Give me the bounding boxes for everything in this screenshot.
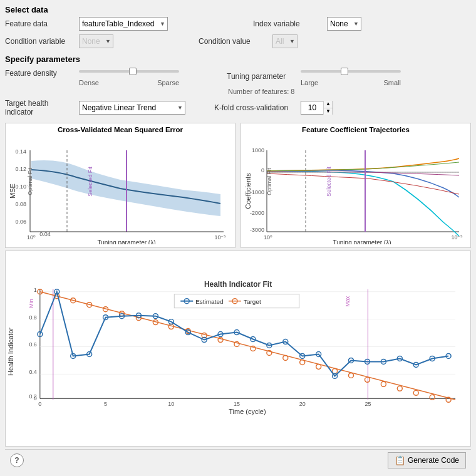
coeff-chart-svg: Coefficients 1000 0 -1000 -2000 -3000 — [241, 135, 470, 244]
density-sparse-label: Sparse — [157, 79, 179, 86]
svg-text:1000: 1000 — [252, 147, 264, 153]
kfold-spinbox[interactable]: 10 ▲ ▼ — [301, 101, 333, 115]
condition-value-label: Condition value — [199, 37, 267, 46]
svg-text:0.08: 0.08 — [15, 201, 26, 207]
kfold-input[interactable]: 10 — [301, 101, 323, 114]
svg-text:10: 10 — [168, 401, 174, 407]
svg-text:-3000: -3000 — [250, 227, 264, 233]
svg-text:0.14: 0.14 — [15, 148, 26, 155]
index-variable-select-wrapper: None — [327, 17, 361, 31]
density-dense-label: Dense — [79, 79, 99, 86]
svg-point-66 — [316, 364, 321, 369]
target-health-label: Target health indicator — [5, 99, 74, 116]
svg-text:Time (cycle): Time (cycle) — [229, 408, 266, 415]
svg-text:10⁰: 10⁰ — [264, 234, 272, 241]
svg-text:0.6: 0.6 — [29, 342, 36, 348]
svg-text:Selected Fit: Selected Fit — [87, 167, 93, 197]
bottom-bar: ? 📋 Generate Code — [5, 449, 471, 471]
svg-point-73 — [430, 395, 435, 400]
svg-text:Health Indicator Fit: Health Indicator Fit — [204, 280, 272, 289]
svg-text:-1000: -1000 — [250, 189, 264, 195]
svg-text:0.06: 0.06 — [15, 219, 26, 225]
health-indicator-svg: Health Indicator Fit Health Indicator 1 … — [6, 251, 470, 446]
svg-point-69 — [365, 377, 370, 382]
feature-density-label: Feature density — [5, 69, 74, 78]
condition-value-select[interactable]: All — [272, 34, 298, 48]
svg-text:0.8: 0.8 — [29, 314, 36, 321]
svg-text:25: 25 — [365, 401, 371, 407]
num-features-label: Number of features: 8 — [228, 88, 401, 95]
target-health-select-wrapper: Negative Linear Trend — [79, 101, 185, 115]
svg-text:10⁰: 10⁰ — [27, 234, 36, 241]
condition-variable-select-wrapper: None — [79, 34, 113, 48]
feature-density-slider[interactable] — [79, 66, 179, 76]
svg-text:Optimal Fit: Optimal Fit — [266, 168, 272, 195]
coeff-line-1 — [267, 171, 459, 236]
health-indicator-chart: Health Indicator Fit Health Indicator 1 … — [5, 251, 471, 447]
svg-text:0.12: 0.12 — [15, 166, 26, 172]
feature-data-select[interactable]: featureTable_Indexed — [79, 17, 168, 31]
svg-text:Tuning parameter (λ): Tuning parameter (λ) — [333, 239, 391, 244]
generate-code-label: Generate Code — [408, 456, 459, 465]
feature-density-slider-container: Dense Sparse — [79, 66, 179, 86]
specify-params-title: Specify parameters — [5, 54, 471, 64]
svg-point-71 — [397, 386, 402, 391]
svg-text:0.10: 0.10 — [15, 184, 26, 190]
mse-chart: Cross-Validated Mean Squared Error MSE 0… — [5, 123, 235, 248]
svg-text:0: 0 — [261, 167, 264, 173]
mse-chart-svg: MSE 0.14 0.12 0.10 0.08 0.06 0.04 Optima… — [6, 135, 235, 244]
feature-data-select-wrapper: featureTable_Indexed — [79, 17, 168, 31]
condition-variable-select[interactable]: None — [79, 34, 113, 48]
svg-point-68 — [349, 373, 354, 378]
svg-point-64 — [283, 355, 288, 360]
svg-point-60 — [218, 338, 223, 343]
tuning-param-slider[interactable] — [301, 66, 401, 76]
index-variable-label: Index variable — [253, 19, 322, 28]
svg-text:0: 0 — [38, 401, 41, 407]
target-health-select[interactable]: Negative Linear Trend — [79, 101, 185, 115]
svg-text:Selected Fit: Selected Fit — [326, 167, 332, 197]
svg-point-70 — [381, 381, 386, 386]
svg-text:15: 15 — [234, 401, 240, 407]
svg-point-72 — [413, 390, 418, 395]
coeff-chart-title: Feature Coefficient Trajectories — [241, 123, 470, 135]
kfold-label: K-fold cross-validation — [214, 103, 296, 112]
coeff-line-7 — [267, 173, 459, 194]
condition-value-select-wrapper: All — [272, 34, 298, 48]
condition-variable-label: Condition variable — [5, 37, 74, 46]
index-variable-select[interactable]: None — [327, 17, 361, 31]
svg-text:Min: Min — [28, 299, 34, 308]
svg-point-65 — [300, 360, 305, 365]
kfold-spinbox-buttons: ▲ ▼ — [323, 101, 333, 115]
feature-data-label: Feature data — [5, 19, 74, 28]
svg-text:0: 0 — [34, 395, 37, 401]
svg-text:20: 20 — [299, 401, 306, 407]
kfold-increment-btn[interactable]: ▲ — [324, 101, 333, 108]
tuning-small-label: Small — [383, 79, 401, 86]
legend-target-label: Target — [244, 298, 261, 305]
tuning-large-label: Large — [301, 79, 318, 86]
svg-text:10⁻⁵: 10⁻⁵ — [214, 234, 226, 241]
mse-chart-title: Cross-Validated Mean Squared Error — [6, 123, 235, 135]
svg-text:1: 1 — [34, 287, 37, 293]
svg-text:Health Indicator: Health Indicator — [7, 328, 14, 376]
svg-text:0.4: 0.4 — [29, 369, 36, 375]
coeff-chart: Feature Coefficient Trajectories Coeffic… — [241, 123, 471, 248]
select-data-title: Select data — [5, 5, 471, 14]
kfold-decrement-btn[interactable]: ▼ — [324, 108, 333, 115]
generate-code-button[interactable]: 📋 Generate Code — [388, 452, 466, 468]
generate-code-icon: 📋 — [395, 455, 405, 465]
svg-text:5: 5 — [104, 401, 107, 407]
tuning-param-label: Tuning parameter — [227, 72, 296, 81]
svg-text:10⁻⁵: 10⁻⁵ — [451, 234, 463, 241]
legend-estimated-label: Estimated — [195, 298, 223, 305]
svg-text:-2000: -2000 — [250, 210, 264, 216]
tuning-param-slider-container: Large Small — [301, 66, 401, 86]
help-button[interactable]: ? — [10, 453, 24, 467]
svg-text:Max: Max — [344, 296, 351, 306]
svg-text:Tuning parameter (λ): Tuning parameter (λ) — [98, 239, 156, 244]
